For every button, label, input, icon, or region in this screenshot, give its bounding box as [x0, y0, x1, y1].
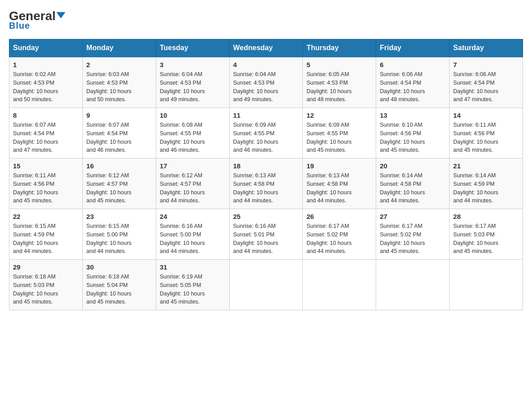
calendar-cell: 8Sunrise: 6:07 AMSunset: 4:54 PMDaylight… — [9, 108, 83, 158]
day-info: Sunrise: 6:09 AMSunset: 4:55 PMDaylight:… — [233, 121, 299, 154]
calendar-cell: 21Sunrise: 6:14 AMSunset: 4:59 PMDayligh… — [450, 158, 523, 209]
day-number: 30 — [86, 263, 152, 271]
calendar-cell: 25Sunrise: 6:16 AMSunset: 5:01 PMDayligh… — [229, 209, 303, 260]
header-thursday: Thursday — [303, 39, 376, 57]
calendar-cell: 28Sunrise: 6:17 AMSunset: 5:03 PMDayligh… — [450, 209, 523, 260]
calendar-cell: 22Sunrise: 6:15 AMSunset: 4:59 PMDayligh… — [9, 209, 83, 260]
calendar-cell: 13Sunrise: 6:10 AMSunset: 4:56 PMDayligh… — [376, 108, 450, 158]
day-info: Sunrise: 6:17 AMSunset: 5:03 PMDaylight:… — [453, 222, 519, 256]
header-saturday: Saturday — [450, 39, 523, 57]
day-info: Sunrise: 6:11 AMSunset: 4:56 PMDaylight:… — [13, 171, 79, 205]
calendar-cell: 5Sunrise: 6:05 AMSunset: 4:53 PMDaylight… — [303, 57, 376, 108]
day-number: 31 — [160, 263, 226, 271]
day-info: Sunrise: 6:07 AMSunset: 4:54 PMDaylight:… — [13, 121, 79, 154]
page-header: General Blue — [9, 9, 523, 31]
day-number: 19 — [306, 162, 372, 170]
header-wednesday: Wednesday — [229, 39, 303, 57]
day-info: Sunrise: 6:04 AMSunset: 4:53 PMDaylight:… — [160, 70, 226, 104]
day-number: 4 — [233, 61, 299, 68]
calendar-cell — [376, 260, 450, 310]
header-tuesday: Tuesday — [156, 39, 229, 57]
calendar-cell: 31Sunrise: 6:19 AMSunset: 5:05 PMDayligh… — [156, 260, 229, 310]
day-info: Sunrise: 6:04 AMSunset: 4:53 PMDaylight:… — [233, 70, 299, 104]
day-number: 1 — [13, 61, 79, 68]
calendar-cell: 14Sunrise: 6:11 AMSunset: 4:56 PMDayligh… — [450, 108, 523, 158]
day-number: 26 — [306, 213, 372, 220]
calendar-cell: 6Sunrise: 6:06 AMSunset: 4:54 PMDaylight… — [376, 57, 450, 108]
day-number: 3 — [160, 61, 226, 68]
day-number: 16 — [86, 162, 152, 170]
day-number: 22 — [13, 213, 79, 220]
day-number: 20 — [380, 162, 446, 170]
day-number: 12 — [306, 111, 372, 119]
day-number: 13 — [380, 111, 446, 119]
logo: General Blue — [9, 9, 65, 31]
calendar-cell: 11Sunrise: 6:09 AMSunset: 4:55 PMDayligh… — [229, 108, 303, 158]
calendar-cell: 3Sunrise: 6:04 AMSunset: 4:53 PMDaylight… — [156, 57, 229, 108]
calendar-cell: 23Sunrise: 6:15 AMSunset: 5:00 PMDayligh… — [82, 209, 156, 260]
day-info: Sunrise: 6:15 AMSunset: 5:00 PMDaylight:… — [86, 222, 152, 256]
day-info: Sunrise: 6:06 AMSunset: 4:54 PMDaylight:… — [380, 70, 446, 104]
calendar-cell: 29Sunrise: 6:18 AMSunset: 5:03 PMDayligh… — [9, 260, 83, 310]
day-info: Sunrise: 6:18 AMSunset: 5:03 PMDaylight:… — [13, 273, 79, 306]
calendar-cell: 7Sunrise: 6:06 AMSunset: 4:54 PMDaylight… — [450, 57, 523, 108]
calendar-cell: 30Sunrise: 6:18 AMSunset: 5:04 PMDayligh… — [82, 260, 156, 310]
logo-triangle-icon — [56, 12, 65, 18]
calendar-header-row: SundayMondayTuesdayWednesdayThursdayFrid… — [9, 39, 523, 57]
day-info: Sunrise: 6:19 AMSunset: 5:05 PMDaylight:… — [160, 273, 226, 306]
day-number: 21 — [453, 162, 519, 170]
calendar-cell: 17Sunrise: 6:12 AMSunset: 4:57 PMDayligh… — [156, 158, 229, 209]
calendar-week-row: 29Sunrise: 6:18 AMSunset: 5:03 PMDayligh… — [9, 260, 523, 310]
day-info: Sunrise: 6:11 AMSunset: 4:56 PMDaylight:… — [453, 121, 519, 154]
header-sunday: Sunday — [9, 39, 83, 57]
calendar-cell: 12Sunrise: 6:09 AMSunset: 4:55 PMDayligh… — [303, 108, 376, 158]
day-number: 18 — [233, 162, 299, 170]
day-info: Sunrise: 6:12 AMSunset: 4:57 PMDaylight:… — [160, 171, 226, 205]
calendar-cell: 27Sunrise: 6:17 AMSunset: 5:02 PMDayligh… — [376, 209, 450, 260]
calendar-table: SundayMondayTuesdayWednesdayThursdayFrid… — [9, 39, 523, 310]
day-number: 7 — [453, 61, 519, 68]
calendar-cell: 16Sunrise: 6:12 AMSunset: 4:57 PMDayligh… — [82, 158, 156, 209]
day-number: 14 — [453, 111, 519, 119]
day-info: Sunrise: 6:03 AMSunset: 4:53 PMDaylight:… — [86, 70, 152, 104]
calendar-cell: 2Sunrise: 6:03 AMSunset: 4:53 PMDaylight… — [82, 57, 156, 108]
calendar-cell: 19Sunrise: 6:13 AMSunset: 4:58 PMDayligh… — [303, 158, 376, 209]
logo-blue: Blue — [9, 21, 30, 31]
day-number: 23 — [86, 213, 152, 220]
calendar-cell: 24Sunrise: 6:16 AMSunset: 5:00 PMDayligh… — [156, 209, 229, 260]
day-info: Sunrise: 6:16 AMSunset: 5:01 PMDaylight:… — [233, 222, 299, 256]
calendar-cell: 15Sunrise: 6:11 AMSunset: 4:56 PMDayligh… — [9, 158, 83, 209]
day-info: Sunrise: 6:17 AMSunset: 5:02 PMDaylight:… — [380, 222, 446, 256]
header-monday: Monday — [82, 39, 156, 57]
day-number: 6 — [380, 61, 446, 68]
day-info: Sunrise: 6:18 AMSunset: 5:04 PMDaylight:… — [86, 273, 152, 306]
day-info: Sunrise: 6:13 AMSunset: 4:58 PMDaylight:… — [233, 171, 299, 205]
day-number: 24 — [160, 213, 226, 220]
calendar-cell: 18Sunrise: 6:13 AMSunset: 4:58 PMDayligh… — [229, 158, 303, 209]
day-number: 28 — [453, 213, 519, 220]
day-number: 9 — [86, 111, 152, 119]
day-info: Sunrise: 6:07 AMSunset: 4:54 PMDaylight:… — [86, 121, 152, 154]
header-friday: Friday — [376, 39, 450, 57]
calendar-cell: 9Sunrise: 6:07 AMSunset: 4:54 PMDaylight… — [82, 108, 156, 158]
day-info: Sunrise: 6:14 AMSunset: 4:58 PMDaylight:… — [380, 171, 446, 205]
day-info: Sunrise: 6:05 AMSunset: 4:53 PMDaylight:… — [306, 70, 372, 104]
day-info: Sunrise: 6:10 AMSunset: 4:56 PMDaylight:… — [380, 121, 446, 154]
calendar-week-row: 1Sunrise: 6:02 AMSunset: 4:53 PMDaylight… — [9, 57, 523, 108]
calendar-week-row: 8Sunrise: 6:07 AMSunset: 4:54 PMDaylight… — [9, 108, 523, 158]
calendar-cell: 10Sunrise: 6:08 AMSunset: 4:55 PMDayligh… — [156, 108, 229, 158]
calendar-cell — [450, 260, 523, 310]
day-info: Sunrise: 6:13 AMSunset: 4:58 PMDaylight:… — [306, 171, 372, 205]
day-info: Sunrise: 6:02 AMSunset: 4:53 PMDaylight:… — [13, 70, 79, 104]
calendar-cell: 4Sunrise: 6:04 AMSunset: 4:53 PMDaylight… — [229, 57, 303, 108]
day-number: 27 — [380, 213, 446, 220]
day-info: Sunrise: 6:14 AMSunset: 4:59 PMDaylight:… — [453, 171, 519, 205]
day-number: 25 — [233, 213, 299, 220]
calendar-cell: 1Sunrise: 6:02 AMSunset: 4:53 PMDaylight… — [9, 57, 83, 108]
day-number: 2 — [86, 61, 152, 68]
day-number: 15 — [13, 162, 79, 170]
calendar-week-row: 22Sunrise: 6:15 AMSunset: 4:59 PMDayligh… — [9, 209, 523, 260]
day-number: 8 — [13, 111, 79, 119]
calendar-cell: 20Sunrise: 6:14 AMSunset: 4:58 PMDayligh… — [376, 158, 450, 209]
day-number: 11 — [233, 111, 299, 119]
